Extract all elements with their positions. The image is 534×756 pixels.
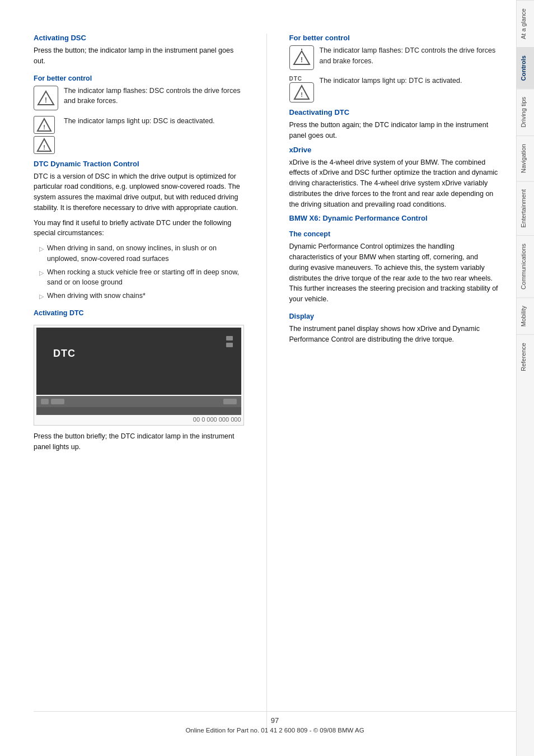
dtc-label-top: DTC [289,76,314,82]
activating-dsc-heading: Activating DSC [34,34,244,42]
bullet-arrow-3: ▷ [39,292,44,301]
dsc-icon-row-1: ! The indicator lamp flashes: DSC contro… [34,86,244,110]
bullet-item-2: ▷ When rocking a stuck vehicle free or s… [39,267,244,288]
sidebar-reference[interactable]: Reference [517,334,534,379]
sidebar-mobility[interactable]: Mobility [517,297,534,334]
bullet-arrow-1: ▷ [39,244,44,254]
xdrive-heading: xDrive [289,146,500,154]
dtc-right-warning-icon-1: ! [289,45,314,70]
dtc-body-2: You may find it useful to briefly activa… [34,218,244,239]
dtc-right-icon-row-2: DTC ! The indicator lamps light up: DTC … [289,76,500,102]
dtc-body-1: DTC is a version of DSC in which the dri… [34,171,244,213]
dsc-icon-row-2: ! ! The indicator lamps light up: DSC is… [34,116,244,154]
deactivating-dtc-section: Deactivating DTC Press the button again;… [289,108,500,141]
bmw-x6-heading: BMW X6: Dynamic Performance Control [289,214,500,222]
svg-text:!: ! [43,124,45,130]
dsc-icon-2-text: The indicator lamps light up: DSC is dea… [64,116,215,127]
dtc-controls-row [36,396,241,407]
dtc-button-mockup: DTC [36,328,241,395]
activating-dtc-body: Press the button briefly; the DTC indica… [34,431,244,452]
bullet-arrow-2: ▷ [39,268,44,278]
dtc-section: DTC Dynamic Traction Control DTC is a ve… [34,160,244,301]
bullet-item-3: ▷ When driving with snow chains* [39,291,244,301]
for-better-control-dsc-section: For better control ! The indicator lamp … [34,74,244,154]
dtc-right-icon-2: ! [289,82,314,102]
dsc-warning-icon-2b: ! [34,136,55,154]
activating-dsc-body: Press the button; the indicator lamp in … [34,45,244,67]
dtc-button-image: DTC 00 0 000 000 000 [34,325,244,426]
bullet-text-3: When driving with snow chains* [47,291,146,301]
bullet-text-1: When driving in sand, on snowy inclines,… [47,243,244,264]
activating-dsc-section: Activating DSC Press the button; the ind… [34,34,244,67]
dtc-image-note: 00 0 000 000 000 [36,416,241,423]
dsc-warning-icon-2a: ! [34,116,55,134]
dsc-icon-1-text: The indicator lamp flashes: DSC controls… [64,86,244,107]
xdrive-section: xDrive xDrive is the 4-wheel drive syste… [289,146,500,210]
dsc-warning-icon-1: ! [34,86,58,110]
dtc-bullet-list: ▷ When driving in sand, on snowy incline… [39,243,244,301]
svg-text:!: ! [45,96,47,104]
sidebar-controls[interactable]: Controls [517,47,534,88]
for-better-control-right-section: For better control ! The indicator lamp … [289,34,500,102]
bmw-x6-section: BMW X6: Dynamic Performance Control The … [289,214,500,344]
sidebar-driving-tips[interactable]: Driving tips [517,88,534,135]
bullet-text-2: When rocking a stuck vehicle free or sta… [47,267,244,288]
activating-dtc-heading: Activating DTC [34,309,244,317]
sidebar-navigation[interactable]: Navigation [517,136,534,181]
dtc-right-icon-2-text: The indicator lamps light up: DTC is act… [320,76,462,86]
svg-text:!: ! [301,56,303,64]
sidebar-at-a-glance[interactable]: At a glance [517,0,534,47]
dtc-ctrl-btn-3 [223,399,237,404]
svg-text:!: ! [43,144,45,151]
for-better-control-dsc-heading: For better control [34,74,244,82]
sidebar: At a glance Controls Driving tips Naviga… [516,0,534,756]
dsc-icon-double: ! ! [34,116,58,154]
deactivating-dtc-body: Press the button again; the DTC indicato… [289,120,500,141]
dtc-right-icon-row-1: ! The indicator lamp flashes: DTC contro… [289,45,500,70]
for-better-control-right-heading: For better control [289,34,500,42]
dtc-right-icon-1-text: The indicator lamp flashes: DTC controls… [320,45,500,67]
the-concept-body: Dynamic Performance Control optimizes th… [289,241,500,305]
dtc-ctrl-btn-2 [51,399,64,404]
the-concept-subheading: The concept [289,230,500,238]
deactivating-dtc-heading: Deactivating DTC [289,108,500,116]
column-divider [266,34,267,734]
display-body: The instrument panel display shows how x… [289,324,500,345]
dtc-ctrl-btn-1 [41,399,49,404]
dtc-bottom-strip [36,407,241,415]
svg-text:!: ! [301,91,303,98]
display-subheading: Display [289,312,500,320]
footer-text: Online Edition for Part no. 01 41 2 600 … [34,727,516,734]
sidebar-entertainment[interactable]: Entertainment [517,181,534,235]
sidebar-communications[interactable]: Communications [517,235,534,297]
page-footer: 97 Online Edition for Part no. 01 41 2 6… [34,711,516,734]
dtc-heading: DTC Dynamic Traction Control [34,160,244,168]
bullet-item-1: ▷ When driving in sand, on snowy incline… [39,243,244,264]
dtc-right-icon-double: DTC ! [289,76,314,102]
xdrive-body: xDrive is the 4-wheel drive system of yo… [289,157,500,210]
activating-dtc-section: Activating DTC DTC [34,309,244,452]
page-number: 97 [34,716,516,725]
dtc-button-label: DTC [53,348,76,360]
